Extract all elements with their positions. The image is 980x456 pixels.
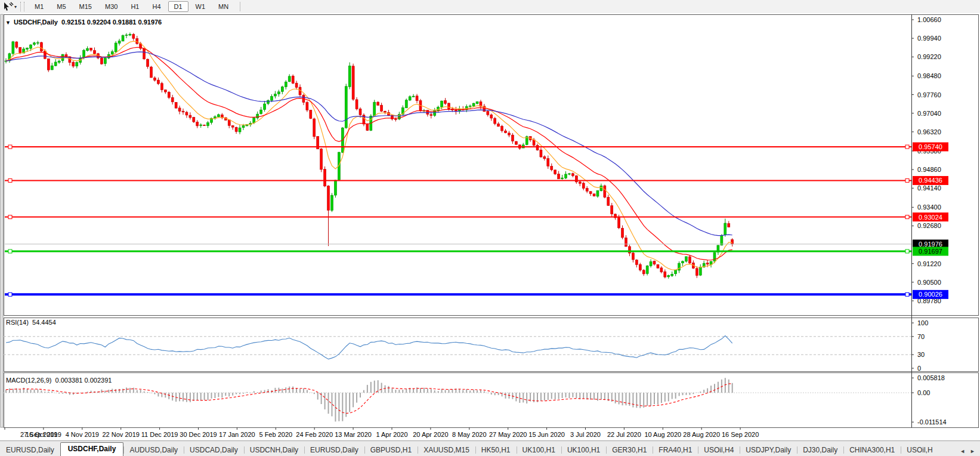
toolbar-separator — [240, 2, 240, 11]
rsi-indicator-label: RSI(14) 54.4454 — [6, 319, 56, 326]
svg-text:0.91697: 0.91697 — [919, 248, 942, 255]
svg-text:0.92680: 0.92680 — [917, 222, 941, 229]
svg-text:0.95740: 0.95740 — [919, 143, 942, 150]
chart-tab-hk50-h1[interactable]: HK50,H1 — [475, 444, 517, 456]
svg-text:16 Sep 2020: 16 Sep 2020 — [722, 431, 759, 438]
timeframe-button-mn[interactable]: MN — [212, 1, 234, 12]
timeframe-button-m1[interactable]: M1 — [29, 1, 50, 12]
svg-text:0.97760: 0.97760 — [917, 91, 941, 98]
chart-symbol-label: USDCHF,Daily — [14, 19, 58, 26]
tab-scroll-left-icon[interactable]: ◄ — [960, 448, 965, 454]
chart-tab-audusd-daily[interactable]: AUDUSD,Daily — [123, 444, 184, 456]
chart-tab-bar: EURUSD,DailyUSDCHF,DailyAUDUSD,DailyUSDC… — [0, 440, 980, 456]
svg-text:0.97040: 0.97040 — [917, 110, 941, 117]
chart-tab-usdcad-daily[interactable]: USDCAD,Daily — [184, 444, 244, 456]
svg-text:0.99220: 0.99220 — [917, 53, 941, 60]
chart-tab-uk100-h1[interactable]: UK100,H1 — [561, 444, 606, 456]
svg-text:0.93024: 0.93024 — [919, 214, 942, 221]
timeframe-button-d1[interactable]: D1 — [168, 1, 188, 12]
chart-title: ▼USDCHF,Daily 0.92151 0.92204 0.91881 0.… — [5, 19, 162, 26]
chart-tab-fra40-h1[interactable]: FRA40,H1 — [653, 444, 698, 456]
chart-frame — [0, 13, 980, 440]
svg-text:22 Nov 2019: 22 Nov 2019 — [103, 431, 140, 438]
svg-text:22 Jul 2020: 22 Jul 2020 — [607, 431, 641, 438]
svg-text:3 Jul 2020: 3 Jul 2020 — [570, 431, 601, 438]
svg-text:0: 0 — [917, 365, 921, 372]
chart-tab-ger30-h1[interactable]: GER30,H1 — [606, 444, 653, 456]
svg-text:15 Jun 2020: 15 Jun 2020 — [528, 431, 565, 438]
crosshair-cursor-icon[interactable] — [2, 2, 14, 11]
tool-dropdown-caret-icon[interactable]: ▾ — [14, 4, 17, 10]
svg-text:0.91976: 0.91976 — [919, 241, 942, 248]
timeframe-toolbar: ▾ M1M5M15M30H1H4D1W1MN — [0, 0, 980, 14]
timeframe-button-m30[interactable]: M30 — [99, 1, 123, 12]
svg-text:0.90026: 0.90026 — [919, 291, 942, 298]
svg-text:0.94860: 0.94860 — [917, 166, 941, 173]
svg-text:0.91220: 0.91220 — [917, 260, 941, 267]
chart-ohlc-values: 0.92151 0.92204 0.91881 0.91976 — [61, 19, 162, 26]
timeframe-button-m15[interactable]: M15 — [73, 1, 98, 12]
rsi-name: RSI(14) — [6, 319, 29, 326]
chart-tab-uk100-h1[interactable]: UK100,H1 — [517, 444, 561, 456]
chart-tab-xauusd-m15[interactable]: XAUUSD,M15 — [418, 444, 475, 456]
svg-text:1 Apr 2020: 1 Apr 2020 — [376, 431, 407, 438]
svg-text:0.99940: 0.99940 — [917, 35, 941, 42]
svg-text:0.98480: 0.98480 — [917, 72, 941, 79]
tab-scroll-right-icon[interactable]: ► — [970, 448, 975, 454]
chart-canvas[interactable]: 1.006600.999400.992200.984800.977600.970… — [0, 13, 980, 440]
svg-text:10 Aug 2020: 10 Aug 2020 — [644, 431, 681, 438]
svg-text:20 Apr 2020: 20 Apr 2020 — [413, 431, 448, 438]
chart-tab-china300-h1[interactable]: CHINA300,H1 — [843, 444, 901, 456]
svg-text:5 Feb 2020: 5 Feb 2020 — [259, 431, 292, 438]
svg-text:13 Mar 2020: 13 Mar 2020 — [335, 431, 372, 438]
chart-tab-usdcnh-daily[interactable]: USDCNH,Daily — [244, 444, 304, 456]
svg-text:0.96320: 0.96320 — [917, 128, 941, 135]
macd-name: MACD(12,26,9) — [6, 377, 51, 384]
chart-tab-usoil-h4[interactable]: USOil,H4 — [698, 444, 740, 456]
chart-tab-eurusd-daily[interactable]: EURUSD,Daily — [0, 444, 60, 456]
svg-text:100: 100 — [917, 319, 928, 326]
svg-text:11 Dec 2019: 11 Dec 2019 — [141, 431, 178, 438]
trading-app-window: ▾ M1M5M15M30H1H4D1W1MN 1.006600.999400.9… — [0, 0, 980, 456]
tab-scroll-controls: ◄ ► — [957, 448, 980, 456]
chart-tab-usdjpy-daily[interactable]: USDJPY,Daily — [740, 444, 797, 456]
svg-text:8 May 2020: 8 May 2020 — [452, 431, 486, 438]
chart-tab-dj30-daily[interactable]: DJ30,Daily — [797, 444, 843, 456]
timeframe-buttons: M1M5M15M30H1H4D1W1MN — [28, 3, 235, 10]
rsi-value: 54.4454 — [32, 319, 56, 326]
svg-text:-0.011514: -0.011514 — [917, 418, 947, 426]
svg-text:30: 30 — [917, 351, 925, 358]
svg-text:16 Oct 2019: 16 Oct 2019 — [26, 431, 61, 438]
chart-tab-gbpusd-h1[interactable]: GBPUSD,H1 — [364, 444, 418, 456]
svg-text:0.90500: 0.90500 — [917, 279, 941, 286]
timeframe-button-m5[interactable]: M5 — [51, 1, 72, 12]
svg-text:17 Jan 2020: 17 Jan 2020 — [219, 431, 255, 438]
timeframe-button-h4[interactable]: H4 — [146, 1, 166, 12]
svg-text:27 May 2020: 27 May 2020 — [489, 431, 527, 438]
svg-text:0.94140: 0.94140 — [917, 184, 941, 192]
chart-tab-eurusd-daily[interactable]: EURUSD,Daily — [304, 444, 364, 456]
timeframe-button-h1[interactable]: H1 — [125, 1, 145, 12]
chart-tab-usdchf-daily[interactable]: USDCHF,Daily — [60, 442, 124, 456]
toolbar-grip-handle[interactable] — [20, 2, 24, 11]
macd-values: 0.003381 0.002391 — [55, 377, 112, 384]
timeframe-button-w1[interactable]: W1 — [190, 1, 212, 12]
svg-text:4 Nov 2019: 4 Nov 2019 — [66, 431, 99, 438]
svg-text:24 Feb 2020: 24 Feb 2020 — [296, 431, 333, 438]
svg-text:1.00660: 1.00660 — [917, 16, 941, 23]
svg-text:0.00: 0.00 — [917, 389, 930, 396]
svg-text:30 Dec 2019: 30 Dec 2019 — [180, 431, 217, 438]
chart-window: 1.006600.999400.992200.984800.977600.970… — [0, 13, 980, 440]
collapse-caret-icon[interactable]: ▼ — [5, 20, 11, 26]
svg-text:70: 70 — [917, 333, 925, 340]
svg-text:28 Aug 2020: 28 Aug 2020 — [683, 431, 720, 438]
chart-tab-usoil-h[interactable]: USOil,H — [901, 444, 938, 456]
svg-text:0.93400: 0.93400 — [917, 204, 941, 211]
svg-text:0.005818: 0.005818 — [917, 374, 945, 381]
macd-indicator-label: MACD(12,26,9) 0.003381 0.002391 — [6, 377, 112, 384]
svg-text:0.94436: 0.94436 — [919, 177, 942, 184]
